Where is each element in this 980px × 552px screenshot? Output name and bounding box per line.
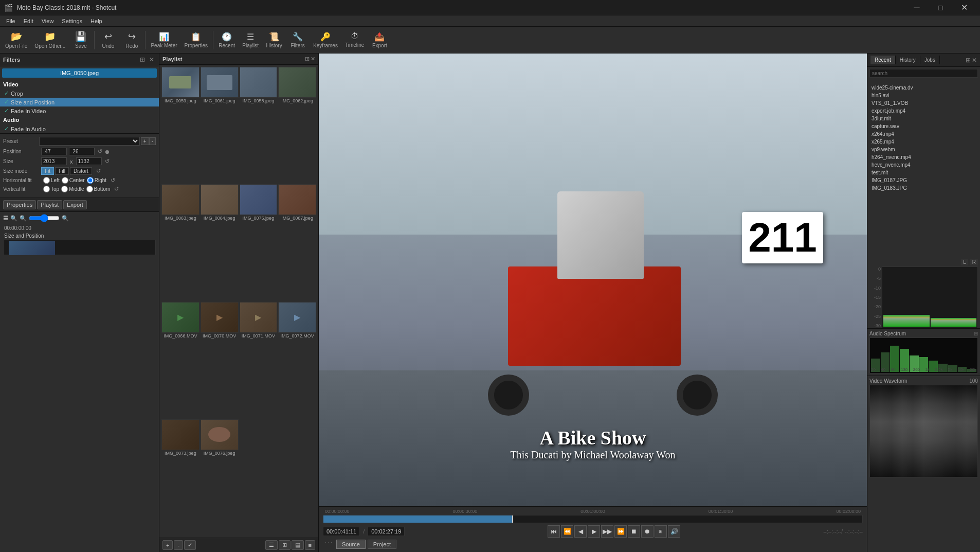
open-other-button[interactable]: 📁 Open Other... [31, 28, 68, 52]
preset-select[interactable] [39, 137, 140, 146]
step-back-button[interactable]: ◀ [574, 525, 587, 538]
playlist-item-10[interactable]: ▶ IMG_0071.MOV [240, 302, 278, 418]
export-tab-button[interactable]: Export [63, 200, 87, 209]
playlist-button[interactable]: ☰ Playlist [239, 28, 262, 52]
recent-search-input[interactable] [869, 69, 978, 78]
recent-item-10[interactable]: hevc_nvenc.mp4 [869, 161, 978, 169]
menu-view[interactable]: View [38, 17, 58, 25]
keyframes-button[interactable]: 🔑 Keyframes [310, 28, 341, 52]
playlist-item-5[interactable]: IMG_0064.jpeg [201, 184, 239, 300]
keyframes-zoom-out-icon[interactable]: 🔍 [20, 215, 27, 222]
audio-spectrum-expand[interactable]: ⊞ [974, 331, 978, 336]
playlist-item-0[interactable]: IMG_0059.jpeg [161, 67, 199, 183]
size-mode-fill[interactable]: Fill [55, 167, 69, 175]
position-y-input[interactable] [69, 148, 95, 155]
properties-button[interactable]: 📋 Properties [182, 28, 211, 52]
volume-button[interactable]: 🔊 [668, 525, 680, 538]
playlist-item-12[interactable]: IMG_0073.jpeg [161, 419, 199, 536]
filter-fade-in-video[interactable]: ✓ Fade In Video [0, 106, 159, 115]
filters-close-button[interactable]: ✕ [148, 56, 156, 64]
playlist-detail-view-button[interactable]: ▤ [292, 540, 304, 550]
size-h-input[interactable] [76, 157, 102, 165]
playlist-expand-button[interactable]: ⊞ [305, 56, 310, 62]
h-fit-reset-icon[interactable]: ↺ [111, 177, 115, 184]
current-time-display[interactable]: 00:00:41:11 [323, 527, 360, 536]
playlist-add-button[interactable]: + [162, 540, 173, 550]
recent-item-5[interactable]: capture.wav [869, 122, 978, 130]
redo-button[interactable]: ↪ Redo [120, 28, 143, 52]
size-reset-icon[interactable]: ↺ [105, 158, 110, 165]
tab-history[interactable]: History [896, 56, 920, 64]
size-mode-fit[interactable]: Fit [41, 167, 54, 175]
export-button[interactable]: 📤 Export [368, 28, 391, 52]
menu-help[interactable]: Help [86, 17, 106, 25]
recent-button[interactable]: 🕐 Recent [215, 28, 238, 52]
recent-item-7[interactable]: x265.mp4 [869, 138, 978, 146]
stop-button[interactable]: ⏹ [628, 525, 640, 538]
play-button[interactable]: ▶ [588, 525, 600, 538]
playlist-grid-view-button[interactable]: ⊞ [279, 540, 291, 550]
recent-item-6[interactable]: x264.mp4 [869, 130, 978, 138]
tab-jobs[interactable]: Jobs [920, 56, 940, 64]
keyframes-search-icon[interactable]: 🔍 [10, 215, 17, 222]
playlist-list-view-button[interactable]: ☰ [265, 540, 278, 550]
keyframes-menu-icon[interactable]: ☰ [3, 215, 8, 222]
save-button[interactable]: 💾 Save [69, 28, 92, 52]
playlist-item-8[interactable]: ▶ IMG_0066.MOV [161, 302, 199, 418]
right-close-button[interactable]: ✕ [972, 57, 977, 64]
playlist-item-4[interactable]: IMG_0063.jpeg [161, 184, 199, 300]
timeline-button[interactable]: ⏱ Timeline [342, 28, 367, 52]
h-fit-left[interactable]: Left [43, 177, 60, 184]
recent-item-8[interactable]: vp9.webm [869, 146, 978, 153]
open-file-button[interactable]: 📂 Open File [2, 28, 30, 52]
v-fit-middle[interactable]: Middle [61, 186, 84, 192]
properties-tab-button[interactable]: Properties [3, 200, 36, 209]
playlist-item-9[interactable]: ▶ IMG_0070.MOV [201, 302, 239, 418]
filter-fade-in-audio[interactable]: ✓ Fade In Audio [0, 124, 159, 133]
history-button[interactable]: 📜 History [263, 28, 285, 52]
h-fit-center[interactable]: Center [62, 177, 85, 184]
preview-progress-bar[interactable] [323, 515, 863, 523]
position-reset-icon[interactable]: ↺ [98, 148, 102, 155]
v-fit-top[interactable]: Top [43, 186, 59, 192]
playlist-item-6[interactable]: IMG_0075.jpeg [240, 184, 278, 300]
recent-item-11[interactable]: test.mlt [869, 169, 978, 176]
recent-item-2[interactable]: VTS_01_1.VOB [869, 99, 978, 107]
menu-edit[interactable]: Edit [20, 17, 38, 25]
keyframes-zoom-slider[interactable] [29, 214, 60, 222]
filter-size-position[interactable]: ✓ Size and Position [0, 98, 159, 106]
record-button[interactable]: ⏺ [641, 525, 654, 538]
filters-expand-button[interactable]: ⊞ [138, 56, 147, 64]
playlist-close-button[interactable]: ✕ [311, 56, 315, 62]
tab-recent[interactable]: Recent [870, 56, 896, 64]
maximize-button[interactable]: □ [929, 0, 952, 15]
playlist-item-3[interactable]: IMG_0062.jpeg [278, 67, 316, 183]
playlist-confirm-button[interactable]: ✓ [184, 540, 196, 550]
minimize-button[interactable]: ─ [905, 0, 929, 15]
h-fit-right[interactable]: Right [87, 177, 106, 184]
rewind-button[interactable]: ⏪ [561, 525, 573, 538]
undo-button[interactable]: ↩ Undo [97, 28, 119, 52]
filter-crop[interactable]: ✓ Crop [0, 89, 159, 98]
peak-meter-button[interactable]: 📊 Peak Meter [148, 28, 180, 52]
recent-item-4[interactable]: 3dlut.mlt [869, 115, 978, 122]
recent-item-9[interactable]: h264_nvenc.mp4 [869, 153, 978, 161]
recent-item-0[interactable]: wide25-cinema.dv [869, 84, 978, 92]
v-fit-reset-icon[interactable]: ↺ [114, 186, 119, 192]
menu-file[interactable]: File [2, 17, 20, 25]
size-mode-distort[interactable]: Distort [70, 167, 92, 175]
skip-start-button[interactable]: ⏮ [548, 525, 560, 538]
step-forward-button[interactable]: ▶▶ [601, 525, 613, 538]
playlist-item-1[interactable]: IMG_0061.jpeg [201, 67, 239, 183]
preset-remove-button[interactable]: - [149, 137, 156, 145]
preset-add-button[interactable]: + [141, 137, 149, 145]
menu-settings[interactable]: Settings [58, 17, 86, 25]
recent-item-3[interactable]: export.job.mp4 [869, 107, 978, 115]
recent-item-13[interactable]: IMG_0183.JPG [869, 184, 978, 192]
keyframes-zoom-in-icon[interactable]: 🔍 [62, 215, 69, 222]
playlist-compact-view-button[interactable]: ≡ [305, 540, 315, 550]
fast-forward-button[interactable]: ⏩ [614, 525, 627, 538]
playlist-item-11[interactable]: ▶ IMG_0072.MOV [278, 302, 316, 418]
project-button[interactable]: Project [368, 540, 396, 549]
playlist-item-2[interactable]: IMG_0058.jpeg [240, 67, 278, 183]
